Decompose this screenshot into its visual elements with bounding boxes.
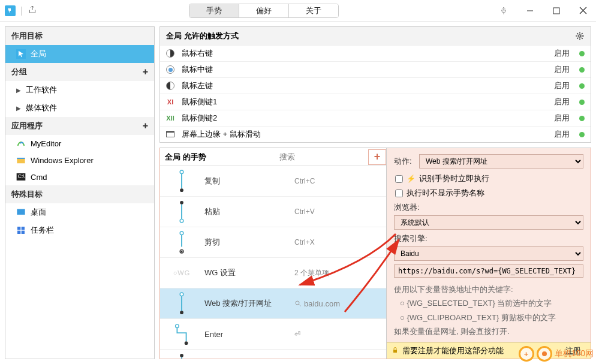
minimize-icon[interactable] [517, 0, 543, 22]
trigger-row[interactable]: 鼠标右键启用 [160, 45, 591, 61]
browser-select[interactable]: 系统默认 [394, 215, 583, 230]
trigger-row[interactable]: 鼠标左键启用 [160, 77, 591, 94]
triggers-title: 全局 允许的触发方式 [166, 31, 575, 41]
main-tabs: 手势 偏好 关于 [189, 4, 339, 18]
sidebar-item-label: 工作软件 [26, 85, 57, 95]
hide-name-checkbox[interactable] [395, 189, 403, 197]
sidebar-item-label: Cmd [31, 173, 47, 182]
mouse-side1-icon: XI [166, 98, 174, 106]
add-gesture-button[interactable]: + [368, 149, 386, 165]
status-dot [579, 83, 585, 89]
svg-rect-11 [17, 231, 20, 234]
gesture-glyph-icon [165, 292, 198, 315]
svg-text:C:\: C:\ [18, 173, 25, 179]
url-input[interactable] [394, 264, 583, 278]
gesture-row[interactable]: 粘贴并 Enter Ctrl+V ⏎ [160, 350, 386, 359]
tab-about[interactable]: 关于 [289, 4, 338, 17]
close-icon[interactable] [570, 0, 596, 22]
gesture-glyph-icon [165, 323, 198, 345]
svg-point-26 [180, 311, 183, 314]
gesture-glyph-icon [165, 200, 198, 223]
sidebar-item-desktop[interactable]: 桌面 [5, 203, 154, 221]
gesture-row[interactable]: Web 搜索/打开网址 baidu.com [160, 288, 386, 319]
gesture-row[interactable]: 剪切 Ctrl+X [160, 227, 386, 258]
sidebar-item-media[interactable]: ▶ 媒体软件 [5, 99, 154, 117]
sidebar-item-label: 媒体软件 [26, 103, 57, 113]
svg-line-28 [299, 305, 301, 306]
svg-point-16 [180, 188, 183, 192]
detail-panel: 动作: Web 搜索/打开网址 ⚡ 识别手势时立即执行 执行时不显示手势名称 浏… [387, 148, 591, 359]
trigger-row[interactable]: XI鼠标侧键1启用 [160, 94, 591, 110]
gestures-title: 全局 的手势 [165, 152, 206, 163]
gestures-panel: 全局 的手势 + 复制 Ctrl+C 粘贴 Ctrl+V [160, 148, 387, 359]
hint-text: 使用以下变量替换地址中的关键字: ○ {WG_SELECTED_TEXT} 当前… [394, 282, 583, 339]
svg-rect-8 [17, 209, 25, 215]
gesture-row[interactable]: 复制 Ctrl+C [160, 166, 386, 197]
gesture-row[interactable]: Enter ⏎ [160, 319, 386, 350]
terminal-icon: C:\ [16, 172, 26, 182]
engine-label: 搜索引擎: [394, 233, 583, 244]
hide-name-label: 执行时不显示手势名称 [407, 188, 484, 198]
share-icon[interactable] [28, 5, 37, 16]
titlebar-divider: | [19, 5, 24, 16]
action-label: 动作: [394, 156, 416, 167]
svg-point-14 [180, 170, 183, 174]
folder-icon [16, 155, 26, 165]
sidebar-item-taskbar[interactable]: 任务栏 [5, 221, 154, 239]
svg-rect-10 [22, 227, 25, 230]
titlebar: | 手势 偏好 关于 [0, 0, 596, 22]
mouse-side2-icon: XII [166, 115, 174, 122]
gear-icon[interactable] [575, 31, 585, 41]
mouse-middle-icon [166, 65, 174, 74]
tab-preference[interactable]: 偏好 [239, 4, 289, 17]
status-dot [579, 67, 585, 73]
status-dot [579, 132, 585, 137]
sidebar-item-myeditor[interactable]: MyEditor [5, 135, 154, 152]
svg-point-20 [180, 231, 183, 235]
trigger-row[interactable]: XII鼠标侧键2启用 [160, 110, 591, 126]
mouse-right-icon [166, 49, 174, 58]
svg-rect-12 [22, 231, 25, 234]
action-select[interactable]: Web 搜索/打开网址 [419, 154, 583, 169]
sidebar-header-targets: 作用目标 [5, 27, 154, 45]
add-app-button[interactable]: + [143, 121, 148, 131]
pin-icon[interactable] [490, 0, 517, 22]
gesture-row[interactable]: ○WG WG 设置 2 个菜单项 [160, 258, 386, 288]
engine-select[interactable]: Baidu [394, 246, 583, 261]
sidebar-item-label: MyEditor [31, 139, 61, 148]
lock-icon [392, 347, 399, 356]
screen-edge-icon [166, 131, 174, 137]
gesture-glyph-icon [165, 231, 198, 254]
chevron-right-icon: ▶ [16, 87, 21, 94]
svg-point-30 [185, 341, 188, 345]
cursor-icon [16, 49, 26, 59]
maximize-icon[interactable] [543, 0, 570, 22]
trigger-row[interactable]: 鼠标中键启用 [160, 61, 591, 77]
exec-now-checkbox[interactable] [395, 175, 403, 183]
gesture-row[interactable]: 粘贴 Ctrl+V [160, 197, 386, 227]
svg-point-24 [180, 293, 183, 296]
sidebar-item-explorer[interactable]: Windows Explorer [5, 152, 154, 169]
tab-gesture[interactable]: 手势 [189, 4, 239, 17]
sidebar-header-special: 特殊目标 [5, 185, 154, 203]
gesture-glyph-icon [165, 170, 198, 192]
register-link[interactable]: 注册 [565, 345, 581, 356]
add-group-button[interactable]: + [143, 67, 148, 77]
sidebar-item-cmd[interactable]: C:\ Cmd [5, 169, 154, 185]
sidebar-item-label: 桌面 [31, 207, 46, 218]
search-input[interactable] [254, 151, 320, 163]
gesture-glyph-icon: ○WG [165, 269, 198, 276]
status-dot [579, 116, 585, 121]
sidebar-header-groups: 分组 + [5, 63, 154, 81]
svg-rect-5 [17, 158, 25, 159]
sidebar-item-global[interactable]: 全局 [5, 45, 154, 63]
svg-rect-9 [17, 227, 20, 230]
trigger-row[interactable]: 屏幕上边缘 + 鼠标滑动启用 [160, 126, 591, 142]
browser-label: 浏览器: [394, 202, 583, 213]
svg-point-29 [176, 324, 179, 328]
status-dot [579, 51, 585, 56]
sidebar-item-label: 全局 [31, 49, 46, 59]
windows-icon [16, 225, 26, 235]
desktop-icon [16, 207, 26, 217]
sidebar-item-work[interactable]: ▶ 工作软件 [5, 81, 154, 99]
